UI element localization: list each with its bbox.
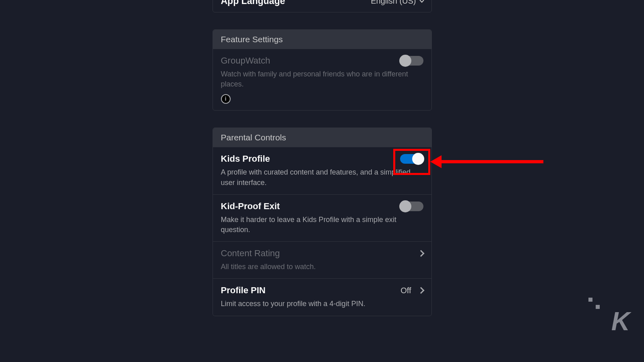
app-language-label: App Language (221, 0, 285, 6)
content-rating-controls (419, 251, 423, 256)
settings-container: App Language English (US) Feature Settin… (213, 0, 432, 316)
groupwatch-toggle[interactable] (400, 56, 423, 66)
profile-pin-controls: Off (400, 286, 423, 295)
kids-profile-title: Kids Profile (221, 154, 270, 164)
chevron-right-icon (417, 287, 424, 294)
profile-pin-status: Off (400, 286, 411, 295)
content-rating-title: Content Rating (221, 248, 280, 259)
app-language-row[interactable]: App Language English (US) (213, 0, 431, 12)
kids-profile-toggle[interactable] (400, 154, 423, 164)
kids-profile-row-top: Kids Profile (221, 154, 423, 164)
app-language-value: English (US) (371, 0, 423, 6)
annotation-arrow-head (430, 155, 442, 168)
profile-pin-row[interactable]: Profile PIN Off Limit access to your pro… (213, 279, 431, 315)
info-icon[interactable]: i (221, 94, 231, 104)
parental-controls-card: Parental Controls Kids Profile A profile… (213, 128, 432, 316)
kid-proof-exit-description: Make it harder to leave a Kids Profile w… (221, 215, 423, 235)
groupwatch-title: GroupWatch (221, 56, 270, 66)
chevron-down-icon (419, 0, 424, 2)
kid-proof-exit-toggle[interactable] (400, 202, 423, 211)
app-language-card: App Language English (US) (213, 0, 432, 12)
kid-proof-exit-title: Kid-Proof Exit (221, 201, 280, 212)
feature-settings-header: Feature Settings (213, 30, 431, 49)
toggle-knob (399, 55, 411, 67)
groupwatch-description: Watch with family and personal friends w… (221, 69, 423, 89)
groupwatch-row: GroupWatch Watch with family and persona… (213, 49, 431, 110)
content-rating-row[interactable]: Content Rating All titles are allowed to… (213, 242, 431, 279)
annotation-arrow-line (441, 160, 543, 163)
chevron-right-icon (417, 250, 424, 257)
kids-profile-description: A profile with curated content and featu… (221, 167, 423, 187)
kid-proof-exit-row: Kid-Proof Exit Make it harder to leave a… (213, 195, 431, 242)
profile-pin-title: Profile PIN (221, 285, 266, 296)
content-rating-row-top: Content Rating (221, 248, 423, 259)
profile-pin-row-top: Profile PIN Off (221, 285, 423, 296)
watermark-dots (588, 298, 600, 309)
content-rating-description: All titles are allowed to watch. (221, 262, 423, 272)
toggle-knob (412, 153, 424, 165)
toggle-knob (399, 200, 411, 212)
kids-profile-row: Kids Profile A profile with curated cont… (213, 147, 431, 194)
parental-controls-header: Parental Controls (213, 128, 431, 147)
language-value-text: English (US) (371, 0, 416, 6)
profile-pin-description: Limit access to your profile with a 4-di… (221, 299, 423, 309)
groupwatch-row-top: GroupWatch (221, 56, 423, 66)
watermark-logo: K (611, 306, 629, 336)
kid-proof-exit-row-top: Kid-Proof Exit (221, 201, 423, 212)
feature-settings-card: Feature Settings GroupWatch Watch with f… (213, 29, 432, 111)
